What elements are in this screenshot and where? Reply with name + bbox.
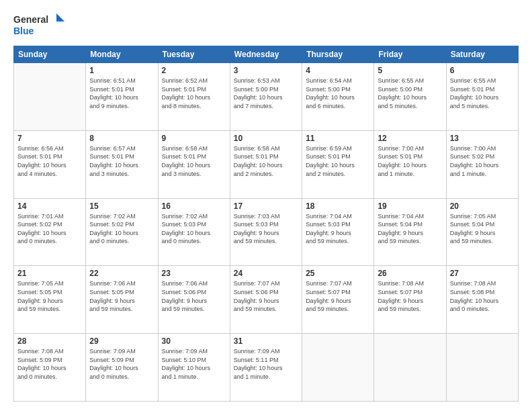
- day-info: Sunrise: 6:53 AM Sunset: 5:00 PM Dayligh…: [234, 77, 298, 110]
- weekday-header-thursday: Thursday: [302, 46, 374, 63]
- day-number: 4: [306, 66, 370, 75]
- day-info: Sunrise: 7:00 AM Sunset: 5:01 PM Dayligh…: [378, 144, 442, 178]
- page: General Blue SundayMondayTuesdayWednesda…: [0, 0, 532, 411]
- day-info: Sunrise: 7:02 AM Sunset: 5:03 PM Dayligh…: [162, 212, 226, 246]
- day-number: 7: [17, 134, 82, 143]
- week-row-5: 28Sunrise: 7:08 AM Sunset: 5:09 PM Dayli…: [14, 334, 519, 402]
- day-info: Sunrise: 6:55 AM Sunset: 5:01 PM Dayligh…: [450, 77, 515, 110]
- day-info: Sunrise: 6:51 AM Sunset: 5:01 PM Dayligh…: [89, 77, 154, 110]
- day-number: 15: [89, 201, 154, 211]
- weekday-header-friday: Friday: [374, 46, 446, 63]
- day-cell: 4Sunrise: 6:54 AM Sunset: 5:00 PM Daylig…: [302, 63, 374, 131]
- day-info: Sunrise: 7:04 AM Sunset: 5:03 PM Dayligh…: [306, 212, 370, 246]
- day-info: Sunrise: 7:05 AM Sunset: 5:05 PM Dayligh…: [17, 279, 82, 313]
- day-cell: 12Sunrise: 7:00 AM Sunset: 5:01 PM Dayli…: [374, 130, 446, 198]
- week-row-1: 1Sunrise: 6:51 AM Sunset: 5:01 PM Daylig…: [14, 63, 519, 131]
- day-cell: 27Sunrise: 7:08 AM Sunset: 5:08 PM Dayli…: [446, 266, 518, 334]
- week-row-3: 14Sunrise: 7:01 AM Sunset: 5:02 PM Dayli…: [14, 198, 519, 266]
- day-cell: 22Sunrise: 7:06 AM Sunset: 5:05 PM Dayli…: [86, 266, 158, 334]
- day-info: Sunrise: 7:08 AM Sunset: 5:08 PM Dayligh…: [450, 279, 515, 313]
- day-info: Sunrise: 7:06 AM Sunset: 5:06 PM Dayligh…: [162, 279, 226, 313]
- day-cell: 3Sunrise: 6:53 AM Sunset: 5:00 PM Daylig…: [230, 63, 302, 131]
- day-info: Sunrise: 7:01 AM Sunset: 5:02 PM Dayligh…: [17, 212, 82, 246]
- svg-text:Blue: Blue: [13, 26, 34, 36]
- day-cell: [446, 334, 518, 402]
- day-info: Sunrise: 7:02 AM Sunset: 5:02 PM Dayligh…: [89, 212, 154, 246]
- day-cell: 11Sunrise: 6:59 AM Sunset: 5:01 PM Dayli…: [302, 130, 374, 198]
- day-cell: 1Sunrise: 6:51 AM Sunset: 5:01 PM Daylig…: [86, 63, 158, 131]
- svg-text:General: General: [13, 14, 48, 25]
- day-number: 9: [162, 134, 226, 143]
- day-info: Sunrise: 6:52 AM Sunset: 5:01 PM Dayligh…: [162, 77, 226, 110]
- day-number: 18: [306, 201, 370, 211]
- week-row-4: 21Sunrise: 7:05 AM Sunset: 5:05 PM Dayli…: [14, 266, 519, 334]
- weekday-header-saturday: Saturday: [446, 46, 518, 63]
- day-cell: 7Sunrise: 6:56 AM Sunset: 5:01 PM Daylig…: [14, 130, 86, 198]
- day-cell: [374, 334, 446, 402]
- day-cell: 29Sunrise: 7:09 AM Sunset: 5:09 PM Dayli…: [86, 334, 158, 402]
- day-info: Sunrise: 7:06 AM Sunset: 5:05 PM Dayligh…: [89, 279, 154, 313]
- day-info: Sunrise: 7:08 AM Sunset: 5:09 PM Dayligh…: [17, 347, 82, 381]
- day-info: Sunrise: 7:00 AM Sunset: 5:02 PM Dayligh…: [450, 144, 515, 178]
- weekday-header-monday: Monday: [86, 46, 158, 63]
- day-number: 12: [378, 134, 442, 143]
- day-number: 23: [162, 269, 226, 278]
- day-number: 26: [378, 269, 442, 278]
- day-cell: 24Sunrise: 7:07 AM Sunset: 5:06 PM Dayli…: [230, 266, 302, 334]
- day-cell: 13Sunrise: 7:00 AM Sunset: 5:02 PM Dayli…: [446, 130, 518, 198]
- day-cell: 17Sunrise: 7:03 AM Sunset: 5:03 PM Dayli…: [230, 198, 302, 266]
- day-info: Sunrise: 7:09 AM Sunset: 5:11 PM Dayligh…: [234, 347, 298, 381]
- day-info: Sunrise: 7:05 AM Sunset: 5:04 PM Dayligh…: [450, 212, 515, 246]
- day-number: 28: [17, 336, 82, 346]
- day-cell: 18Sunrise: 7:04 AM Sunset: 5:03 PM Dayli…: [302, 198, 374, 266]
- day-info: Sunrise: 6:58 AM Sunset: 5:01 PM Dayligh…: [234, 144, 298, 178]
- day-cell: 14Sunrise: 7:01 AM Sunset: 5:02 PM Dayli…: [14, 198, 86, 266]
- day-info: Sunrise: 7:09 AM Sunset: 5:10 PM Dayligh…: [162, 347, 226, 381]
- day-cell: 15Sunrise: 7:02 AM Sunset: 5:02 PM Dayli…: [86, 198, 158, 266]
- day-cell: 31Sunrise: 7:09 AM Sunset: 5:11 PM Dayli…: [230, 334, 302, 402]
- day-number: 17: [234, 201, 298, 211]
- day-info: Sunrise: 6:56 AM Sunset: 5:01 PM Dayligh…: [17, 144, 82, 178]
- day-number: 20: [450, 201, 515, 211]
- day-cell: [302, 334, 374, 402]
- logo-icon: General Blue: [13, 12, 67, 39]
- day-cell: 20Sunrise: 7:05 AM Sunset: 5:04 PM Dayli…: [446, 198, 518, 266]
- day-cell: 16Sunrise: 7:02 AM Sunset: 5:03 PM Dayli…: [158, 198, 230, 266]
- day-number: 8: [89, 134, 154, 143]
- day-number: 14: [17, 201, 82, 211]
- calendar-table: SundayMondayTuesdayWednesdayThursdayFrid…: [13, 46, 519, 402]
- day-cell: 21Sunrise: 7:05 AM Sunset: 5:05 PM Dayli…: [14, 266, 86, 334]
- day-cell: 10Sunrise: 6:58 AM Sunset: 5:01 PM Dayli…: [230, 130, 302, 198]
- day-number: 21: [17, 269, 82, 278]
- day-cell: 8Sunrise: 6:57 AM Sunset: 5:01 PM Daylig…: [86, 130, 158, 198]
- weekday-header-wednesday: Wednesday: [230, 46, 302, 63]
- day-info: Sunrise: 7:07 AM Sunset: 5:06 PM Dayligh…: [234, 279, 298, 313]
- day-number: 5: [378, 66, 442, 75]
- day-number: 3: [234, 66, 298, 75]
- day-number: 16: [162, 201, 226, 211]
- day-number: 19: [378, 201, 442, 211]
- day-number: 29: [89, 336, 154, 346]
- weekday-header-row: SundayMondayTuesdayWednesdayThursdayFrid…: [14, 46, 519, 63]
- day-cell: 19Sunrise: 7:04 AM Sunset: 5:04 PM Dayli…: [374, 198, 446, 266]
- day-info: Sunrise: 6:55 AM Sunset: 5:00 PM Dayligh…: [378, 77, 442, 110]
- day-cell: 5Sunrise: 6:55 AM Sunset: 5:00 PM Daylig…: [374, 63, 446, 131]
- svg-marker-2: [56, 13, 64, 21]
- day-number: 24: [234, 269, 298, 278]
- week-row-2: 7Sunrise: 6:56 AM Sunset: 5:01 PM Daylig…: [14, 130, 519, 198]
- day-cell: 2Sunrise: 6:52 AM Sunset: 5:01 PM Daylig…: [158, 63, 230, 131]
- day-cell: 23Sunrise: 7:06 AM Sunset: 5:06 PM Dayli…: [158, 266, 230, 334]
- logo: General Blue: [13, 12, 67, 39]
- day-info: Sunrise: 6:54 AM Sunset: 5:00 PM Dayligh…: [306, 77, 370, 110]
- day-number: 13: [450, 134, 515, 143]
- day-cell: 26Sunrise: 7:08 AM Sunset: 5:07 PM Dayli…: [374, 266, 446, 334]
- day-number: 22: [89, 269, 154, 278]
- day-info: Sunrise: 7:08 AM Sunset: 5:07 PM Dayligh…: [378, 279, 442, 313]
- day-cell: 9Sunrise: 6:58 AM Sunset: 5:01 PM Daylig…: [158, 130, 230, 198]
- day-info: Sunrise: 7:04 AM Sunset: 5:04 PM Dayligh…: [378, 212, 442, 246]
- day-info: Sunrise: 7:03 AM Sunset: 5:03 PM Dayligh…: [234, 212, 298, 246]
- day-cell: [14, 63, 86, 131]
- day-number: 11: [306, 134, 370, 143]
- day-number: 25: [306, 269, 370, 278]
- day-cell: 25Sunrise: 7:07 AM Sunset: 5:07 PM Dayli…: [302, 266, 374, 334]
